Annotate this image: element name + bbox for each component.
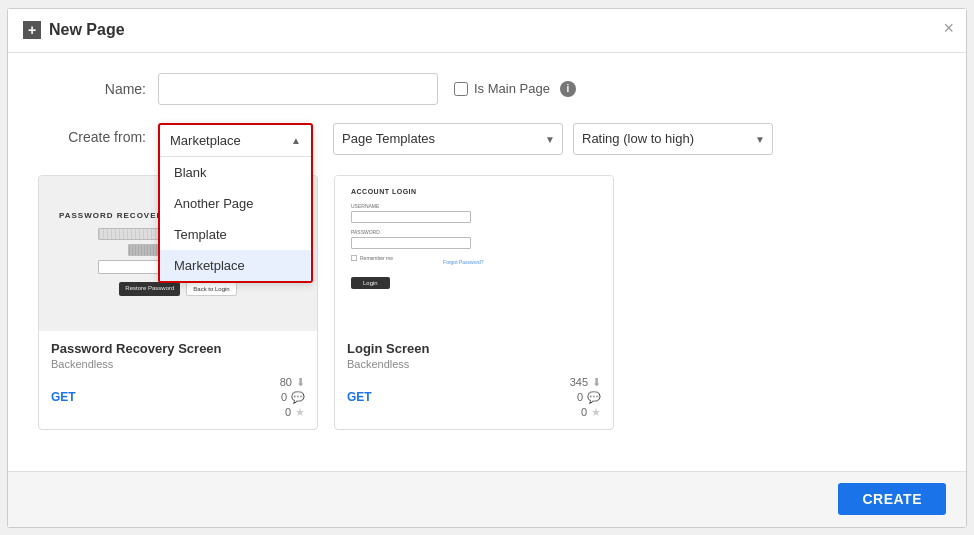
- dropdown-option-marketplace[interactable]: Marketplace: [160, 250, 311, 281]
- dialog-footer: CREATE: [8, 471, 966, 527]
- card-password-recovery-author: Backendless: [51, 358, 305, 370]
- dropdown-current-value: Marketplace: [170, 133, 241, 148]
- is-main-page-row: Is Main Page i: [454, 81, 576, 97]
- dropdown-header-arrow-icon: ▲: [291, 135, 301, 146]
- close-button[interactable]: ×: [943, 19, 954, 37]
- star-icon: ★: [295, 406, 305, 419]
- create-button[interactable]: CREATE: [838, 483, 946, 515]
- card-password-recovery-comments: 0: [281, 391, 287, 403]
- sort-dropdown[interactable]: Rating (low to high): [573, 123, 773, 155]
- card-login-screen-stars: 0: [581, 406, 587, 418]
- plus-icon: +: [23, 21, 41, 39]
- create-from-row: Create from: Marketplace ▲ Blank Another…: [38, 123, 936, 155]
- dropdown-menu-header[interactable]: Marketplace ▲: [160, 125, 311, 157]
- name-row: Name: Is Main Page i: [38, 73, 936, 105]
- comment-icon-2: 💬: [587, 391, 601, 404]
- dialog-title-bar: + New Page ×: [8, 9, 966, 53]
- is-main-page-label: Is Main Page: [474, 81, 550, 96]
- card-login-screen-info: Login Screen Backendless GET 345 ⬇ 0 💬: [335, 331, 613, 429]
- comment-icon: 💬: [291, 391, 305, 404]
- templates-dropdown[interactable]: Page Templates: [333, 123, 563, 155]
- card-login-screen-comments: 0: [577, 391, 583, 403]
- dropdown-option-template[interactable]: Template: [160, 219, 311, 250]
- name-input[interactable]: [158, 73, 438, 105]
- card-login-screen-get[interactable]: GET: [347, 390, 570, 404]
- info-icon[interactable]: i: [560, 81, 576, 97]
- card-login-screen-preview: ACCOUNT LOGIN USERNAME PASSWORD Remember…: [335, 176, 613, 331]
- card-login-screen-numbers: 345 ⬇ 0 💬 0 ★: [570, 376, 601, 419]
- sort-dropdown-wrapper: Rating (low to high) ▼: [573, 123, 773, 155]
- dialog-body: Name: Is Main Page i Create from: Market…: [8, 53, 966, 471]
- card-password-recovery-get[interactable]: GET: [51, 390, 280, 404]
- card-password-recovery-info: Password Recovery Screen Backendless GET…: [39, 331, 317, 429]
- card-login-screen-author: Backendless: [347, 358, 601, 370]
- templates-dropdown-wrapper: Page Templates ▼: [333, 123, 563, 155]
- dropdown-option-blank[interactable]: Blank: [160, 157, 311, 188]
- download-icon-2: ⬇: [592, 376, 601, 389]
- is-main-page-checkbox[interactable]: [454, 82, 468, 96]
- card-password-recovery-name: Password Recovery Screen: [51, 341, 305, 356]
- card-login-screen-downloads: 345: [570, 376, 588, 388]
- card-password-recovery-downloads: 80: [280, 376, 292, 388]
- card-login-screen-name: Login Screen: [347, 341, 601, 356]
- dropdowns-container: Marketplace ▲ Blank Another Page Templat…: [158, 123, 773, 155]
- star-icon-2: ★: [591, 406, 601, 419]
- card-password-recovery-stars: 0: [285, 406, 291, 418]
- dropdown-option-another-page[interactable]: Another Page: [160, 188, 311, 219]
- card-login-screen-stats: GET 345 ⬇ 0 💬 0: [347, 376, 601, 419]
- dialog-title-text: New Page: [49, 21, 125, 39]
- create-from-dropdown-menu: Marketplace ▲ Blank Another Page Templat…: [158, 123, 313, 283]
- new-page-dialog: + New Page × Name: Is Main Page i Create…: [7, 8, 967, 528]
- download-icon: ⬇: [296, 376, 305, 389]
- name-label: Name:: [38, 81, 158, 97]
- create-from-label: Create from:: [38, 123, 158, 145]
- card-password-recovery-numbers: 80 ⬇ 0 💬 0 ★: [280, 376, 305, 419]
- card-password-recovery-stats: GET 80 ⬇ 0 💬 0: [51, 376, 305, 419]
- card-login-screen: ACCOUNT LOGIN USERNAME PASSWORD Remember…: [334, 175, 614, 430]
